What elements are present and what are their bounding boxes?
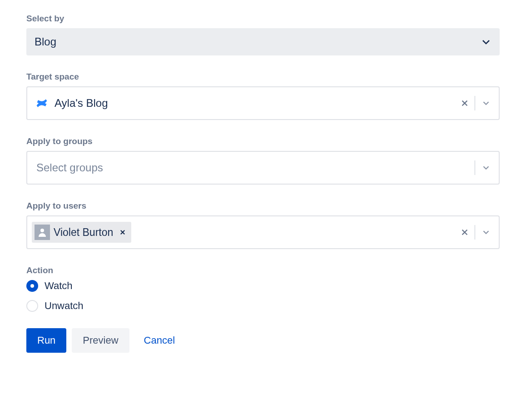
- apply-users-field: Apply to users Violet Burton: [26, 201, 500, 249]
- clear-icon[interactable]: [460, 228, 469, 237]
- target-space-label: Target space: [26, 72, 500, 82]
- target-space-field: Target space Ayla's Blog: [26, 72, 500, 120]
- cancel-button[interactable]: Cancel: [135, 328, 184, 353]
- chevron-down-icon[interactable]: [481, 162, 491, 173]
- remove-chip-icon[interactable]: [119, 228, 127, 236]
- clear-icon[interactable]: [460, 99, 469, 108]
- user-chip-name: Violet Burton: [54, 226, 113, 239]
- chevron-down-icon[interactable]: [481, 98, 491, 109]
- apply-users-select[interactable]: Violet Burton: [26, 215, 500, 249]
- apply-groups-select[interactable]: Select groups: [26, 151, 500, 185]
- select-by-dropdown[interactable]: Blog: [26, 28, 500, 55]
- apply-users-label: Apply to users: [26, 201, 500, 211]
- action-label: Action: [26, 265, 500, 275]
- radio-selected-icon: [26, 280, 38, 292]
- apply-groups-field: Apply to groups Select groups: [26, 136, 500, 185]
- confluence-icon: [35, 97, 48, 110]
- radio-option-watch[interactable]: Watch: [26, 280, 500, 292]
- svg-point-2: [40, 229, 44, 232]
- divider: [475, 160, 475, 175]
- apply-groups-label: Apply to groups: [26, 136, 500, 146]
- action-field: Action Watch Unwatch: [26, 265, 500, 312]
- preview-button[interactable]: Preview: [72, 328, 129, 353]
- radio-option-unwatch[interactable]: Unwatch: [26, 300, 500, 312]
- target-space-select[interactable]: Ayla's Blog: [26, 86, 500, 120]
- avatar-icon: [35, 225, 50, 240]
- target-space-value: Ayla's Blog: [55, 97, 108, 110]
- select-by-field: Select by Blog: [26, 14, 500, 55]
- radio-label: Unwatch: [45, 300, 84, 312]
- divider: [475, 225, 475, 240]
- select-by-value: Blog: [35, 35, 56, 48]
- button-row: Run Preview Cancel: [26, 328, 500, 353]
- select-by-label: Select by: [26, 14, 500, 24]
- run-button[interactable]: Run: [26, 328, 66, 353]
- chevron-down-icon: [481, 36, 491, 47]
- radio-label: Watch: [45, 280, 73, 292]
- apply-groups-placeholder: Select groups: [36, 161, 103, 174]
- user-chip: Violet Burton: [32, 222, 131, 243]
- divider: [475, 96, 475, 110]
- chevron-down-icon[interactable]: [481, 227, 491, 238]
- radio-unselected-icon: [26, 300, 38, 312]
